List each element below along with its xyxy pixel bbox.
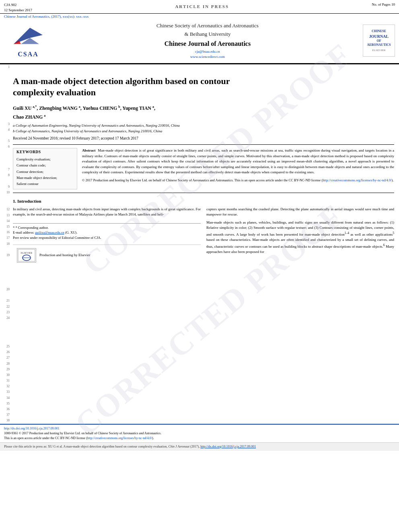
ln-25: 25 xyxy=(6,344,10,349)
ln-12: 12 xyxy=(6,207,10,212)
top-bar: CJA 902 12 September 2017 ARTICLE IN PRE… xyxy=(0,0,399,14)
ln-17: 17 xyxy=(6,235,10,241)
citation-bar: Please cite this article in press as: XU… xyxy=(0,442,399,451)
ln-32: 32 xyxy=(6,384,10,389)
elsevier-production-label: Production and hosting by Elsevier xyxy=(39,253,90,258)
ref-5: 5 xyxy=(393,231,394,235)
ln-20: 20 xyxy=(6,287,10,292)
doi-link[interactable]: http://dx.doi.org/10.1016/j.cja.2017.09.… xyxy=(4,427,60,430)
abstract-section: KEYWORDS Complexity evaluation; Contour … xyxy=(13,144,394,193)
journal-link-anchor[interactable]: Chinese Journal of Aeronautics, (2017), … xyxy=(4,14,88,18)
ln-21: 21 xyxy=(6,298,10,304)
footnote-star-symbol: * xyxy=(13,226,14,230)
journal-id: CJA 902 xyxy=(4,2,32,8)
introduction-section: 1. Introduction In military and civil ar… xyxy=(13,199,394,266)
abstract-label: Abstract xyxy=(82,148,96,152)
keywords-title: KEYWORDS xyxy=(16,150,74,154)
email-link[interactable]: cja@buaa.edu.cn xyxy=(56,49,359,55)
ln-8: 8 xyxy=(8,173,10,178)
ln-18: 18 xyxy=(6,241,10,247)
author-sup-a4: a xyxy=(44,114,45,117)
author-sup-a3: a xyxy=(152,105,154,109)
keyword-4: Man-made object detection; xyxy=(16,175,74,181)
org-name-1: Chinese Society of Aeronautics and Astro… xyxy=(56,22,359,30)
keywords-box: KEYWORDS Complexity evaluation; Contour … xyxy=(13,148,77,189)
ln-33: 33 xyxy=(6,389,10,395)
intro-col-right: copters spent months searching the crash… xyxy=(206,207,394,266)
ln-15: 15 xyxy=(6,224,10,230)
received-dates: Received 24 November 2016; revised 10 Fe… xyxy=(13,136,394,140)
email-link-footnote[interactable]: guilixu@nuaa.edu.cn xyxy=(35,230,64,234)
elsevier-footer: ELSEVIER Production and hosting by Elsev… xyxy=(13,244,201,266)
ln-19: 19 xyxy=(6,253,10,258)
intro-text-right-1: copters spent months searching the crash… xyxy=(206,207,394,218)
footnote-email: E-mail address: guilixu@nuaa.edu.cn (G. … xyxy=(13,230,201,235)
ln-3: 3 xyxy=(8,121,10,127)
open-access-text: This is an open access article under the… xyxy=(4,436,154,440)
csaa-logo-area: CSAA xyxy=(4,24,52,58)
ln-16: 16 xyxy=(6,230,10,235)
elsevier-logo: ELSEVIER xyxy=(17,248,36,263)
intro-heading: 1. Introduction xyxy=(13,199,394,203)
ln-9: 9 xyxy=(8,184,10,190)
article-title: A man-made object detection algorithm ba… xyxy=(13,76,254,99)
author-sup-a: a,* xyxy=(33,105,37,109)
ref-6: 6 xyxy=(383,243,385,247)
affil-2: b College of Astronautics, Nanjing Unive… xyxy=(13,129,394,134)
page-count: No. of Pages 10 xyxy=(372,2,395,6)
ln-27: 27 xyxy=(6,355,10,361)
csaa-logo-svg xyxy=(10,24,46,50)
ln-6: 6 xyxy=(8,144,10,150)
keyword-1: Complexity evaluation; xyxy=(16,156,74,162)
footnote-area: * * Corresponding author. E-mail address… xyxy=(13,223,201,240)
intro-two-col: In military and civil areas, detecting m… xyxy=(13,207,394,266)
journal-email: cja@buaa.edu.cn www.sciencedirect.com xyxy=(56,49,359,60)
bottom-bar: http://dx.doi.org/10.1016/j.cja.2017.09.… xyxy=(0,424,399,442)
website-link[interactable]: www.sciencedirect.com xyxy=(56,54,359,60)
keyword-3: Contour detection; xyxy=(16,169,74,175)
journal-link[interactable]: Chinese Journal of Aeronautics, (2017), … xyxy=(0,14,399,18)
copyright-text: © 2017 Production and hosting by Elsevie… xyxy=(82,178,394,183)
keywords-list: Complexity evaluation; Contour chain cod… xyxy=(16,156,74,187)
elsevier-logo-svg: ELSEVIER xyxy=(18,249,35,262)
footnote-peerreview: Peer review under responsibility of Edit… xyxy=(13,235,201,240)
ln-7: 7 xyxy=(8,167,10,173)
ln-14: 14 xyxy=(6,218,10,224)
journal-date: 12 September 2017 xyxy=(4,8,32,13)
ln-13: 13 xyxy=(6,213,10,218)
cc-link-bottom[interactable]: http://creativecommons.org/licenses/by-n… xyxy=(87,436,152,440)
ln-28: 28 xyxy=(6,361,10,367)
ln-23: 23 xyxy=(6,310,10,315)
ln-31: 31 xyxy=(6,378,10,384)
ln-37: 37 xyxy=(6,412,10,418)
keyword-2: Contour chain code; xyxy=(16,162,74,168)
ln-36: 36 xyxy=(6,407,10,412)
svg-rect-1 xyxy=(18,249,35,261)
ref-1-4: 1–4 xyxy=(345,231,349,235)
journal-header: CSAA Chinese Society of Aeronautics and … xyxy=(0,18,399,64)
intro-col-left: In military and civil areas, detecting m… xyxy=(13,207,201,266)
csaa-text: CSAA xyxy=(18,51,39,58)
ln-26: 26 xyxy=(6,349,10,355)
article-in-press-label: ARTICLE IN PRESS xyxy=(175,4,229,9)
top-bar-left: CJA 902 12 September 2017 xyxy=(4,2,32,12)
ln-34: 34 xyxy=(6,395,10,401)
ln-35: 35 xyxy=(6,401,10,407)
ln-24: 24 xyxy=(6,315,10,321)
org-name-2: & Beihang University xyxy=(56,30,359,39)
elsevier-journal-logo: CHINESE JOURNAL OF AERONAUTICS ELSEVIER xyxy=(363,25,395,57)
abstract-body: Man-made object detection is of great si… xyxy=(82,148,394,174)
svg-text:ELSEVIER: ELSEVIER xyxy=(21,252,32,254)
article-content: A man-made object detection algorithm ba… xyxy=(11,64,399,424)
ln-30: 30 xyxy=(6,372,10,378)
ln-5: 5 xyxy=(8,138,10,144)
cc-license-link[interactable]: http://creativecommons.org/licenses/by-n… xyxy=(323,178,391,182)
ln-10: 10 xyxy=(6,190,10,195)
journal-title: Chinese Journal of Aeronautics xyxy=(56,40,359,47)
citation-text: Please cite this article in press as: XU… xyxy=(4,445,256,448)
citation-doi-link[interactable]: http://dx.doi.org/10.1016/j.cja.2017.09.… xyxy=(200,445,256,448)
intro-text-right-2: Man-made objects such as planes, vehicle… xyxy=(206,220,394,255)
ln-38: 38 xyxy=(6,418,10,423)
ln-4: 4 xyxy=(8,127,10,133)
affil-1: a College of Automation Engineering, Nan… xyxy=(13,123,394,129)
